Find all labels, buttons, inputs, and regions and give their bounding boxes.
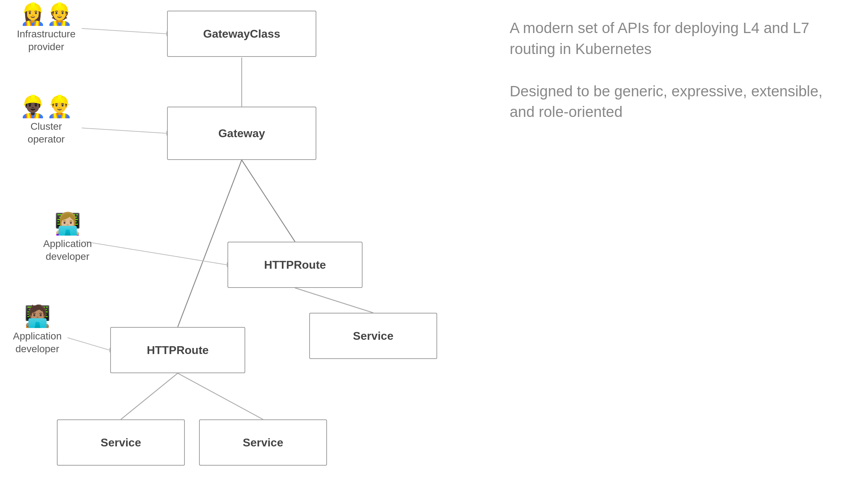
box-gateway-label: Gateway (218, 127, 265, 140)
svg-line-6 (82, 28, 166, 34)
box-service3-label: Service (243, 436, 283, 449)
persona-app-dev1: 👩🏼‍💻 Applicationdeveloper (36, 213, 100, 263)
persona-infra-provider: 👷‍♀️👷 Infrastructureprovider (11, 4, 82, 54)
box-httproute1-label: HTTPRoute (264, 258, 326, 272)
persona-cluster-label: Clusteroperator (28, 120, 65, 146)
persona-appdev1-label: Applicationdeveloper (43, 237, 92, 263)
persona-cluster-emoji: 👷🏿‍♂️👷‍♂️ (20, 96, 73, 117)
persona-appdev2-label: Applicationdeveloper (13, 330, 62, 356)
svg-line-12 (68, 338, 109, 350)
persona-infra-emoji: 👷‍♀️👷 (20, 4, 73, 25)
diagram-container: GatewayClass Gateway HTTPRoute HTTPRoute… (0, 0, 858, 504)
box-httproute2-label: HTTPRoute (147, 344, 209, 357)
persona-infra-label: Infrastructureprovider (17, 28, 76, 54)
svg-line-8 (82, 128, 166, 133)
svg-line-5 (178, 373, 263, 419)
box-service1: Service (309, 313, 437, 359)
box-service1-label: Service (353, 329, 393, 343)
box-gatewayclass: GatewayClass (167, 11, 316, 57)
persona-appdev1-emoji: 👩🏼‍💻 (54, 213, 81, 235)
description-line2: Designed to be generic, expressive, exte… (510, 81, 830, 123)
persona-app-dev2: 🧑🏽‍💻 Applicationdeveloper (4, 306, 71, 356)
description-line1: A modern set of APIs for deploying L4 an… (510, 18, 830, 60)
box-service3: Service (199, 419, 327, 466)
svg-line-4 (121, 373, 178, 419)
svg-line-3 (295, 288, 373, 313)
persona-appdev2-emoji: 🧑🏽‍💻 (24, 306, 51, 327)
box-gateway: Gateway (167, 107, 316, 160)
box-httproute1: HTTPRoute (227, 242, 363, 288)
box-service2-label: Service (101, 436, 141, 449)
box-service2: Service (57, 419, 185, 466)
svg-line-1 (242, 160, 295, 242)
svg-line-10 (85, 242, 227, 265)
description-block: A modern set of APIs for deploying L4 an… (510, 18, 830, 144)
box-gatewayclass-label: GatewayClass (203, 27, 280, 41)
box-httproute2: HTTPRoute (110, 327, 245, 373)
persona-cluster-operator: 👷🏿‍♂️👷‍♂️ Clusteroperator (7, 96, 85, 146)
